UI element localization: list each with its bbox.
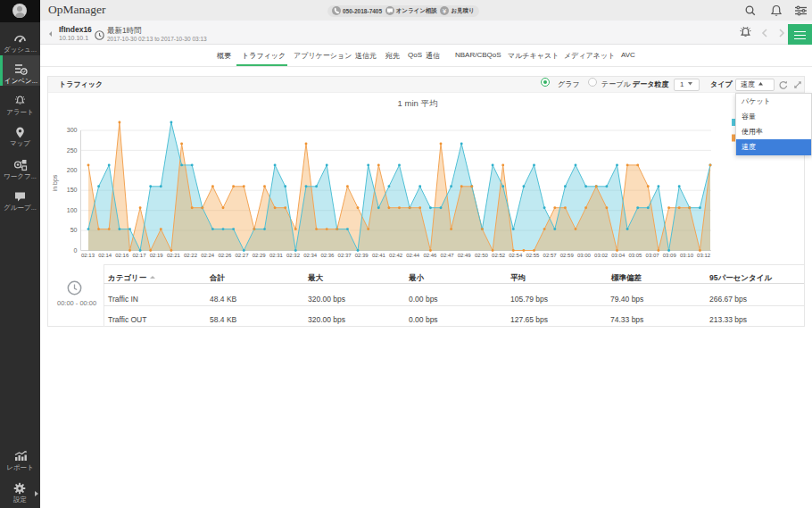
svg-text:02:44: 02:44 [406,253,420,258]
svg-text:1 min 平均: 1 min 平均 [398,98,438,108]
svg-text:02:21: 02:21 [167,253,181,258]
svg-text:03:09: 03:09 [663,253,677,258]
svg-text:02:17: 02:17 [132,253,146,258]
svg-text:02:42: 02:42 [389,253,403,258]
svg-text:02:32: 02:32 [286,253,301,258]
svg-text:03:07: 03:07 [646,253,660,258]
svg-text:02:29: 02:29 [253,253,267,258]
svg-text:02:52: 02:52 [492,253,506,258]
svg-text:02:31: 02:31 [269,253,284,258]
svg-text:03:05: 03:05 [628,253,642,258]
svg-text:02:39: 02:39 [355,253,369,258]
svg-text:¥: ¥ [443,7,447,15]
svg-text:300: 300 [67,127,78,133]
svg-text:200: 200 [67,167,78,173]
svg-text:02:19: 02:19 [150,253,164,258]
svg-text:02:54: 02:54 [509,253,523,258]
svg-text:02:24: 02:24 [201,253,215,258]
svg-text:02:55: 02:55 [526,253,540,258]
svg-text:02:46: 02:46 [423,253,437,258]
svg-text:02:27: 02:27 [235,253,249,258]
svg-text:50: 50 [70,227,78,233]
svg-text:150: 150 [67,187,78,193]
svg-text:03:10: 03:10 [680,253,694,258]
svg-text:02:49: 02:49 [458,253,472,258]
svg-text:in bps: in bps [52,174,59,191]
svg-text:02:16: 02:16 [115,253,129,258]
svg-text:02:41: 02:41 [372,253,386,258]
svg-text:02:59: 02:59 [560,253,575,258]
svg-text:03:00: 03:00 [577,253,592,258]
svg-text:0: 0 [74,247,78,254]
svg-text:02:57: 02:57 [543,253,558,258]
svg-text:02:47: 02:47 [441,253,455,258]
svg-text:03:02: 03:02 [594,253,609,258]
svg-text:02:22: 02:22 [184,253,198,258]
svg-text:03:12: 03:12 [697,253,711,258]
svg-text:02:34: 02:34 [303,253,318,258]
svg-text:02:37: 02:37 [338,253,352,258]
svg-text:02:50: 02:50 [475,253,489,258]
svg-text:02:14: 02:14 [98,253,112,258]
svg-text:250: 250 [67,147,78,154]
svg-text:02:13: 02:13 [81,253,95,258]
svg-text:03:04: 03:04 [611,253,626,258]
svg-text:02:26: 02:26 [218,253,232,258]
svg-text:100: 100 [67,207,78,213]
svg-text:02:36: 02:36 [320,253,335,258]
